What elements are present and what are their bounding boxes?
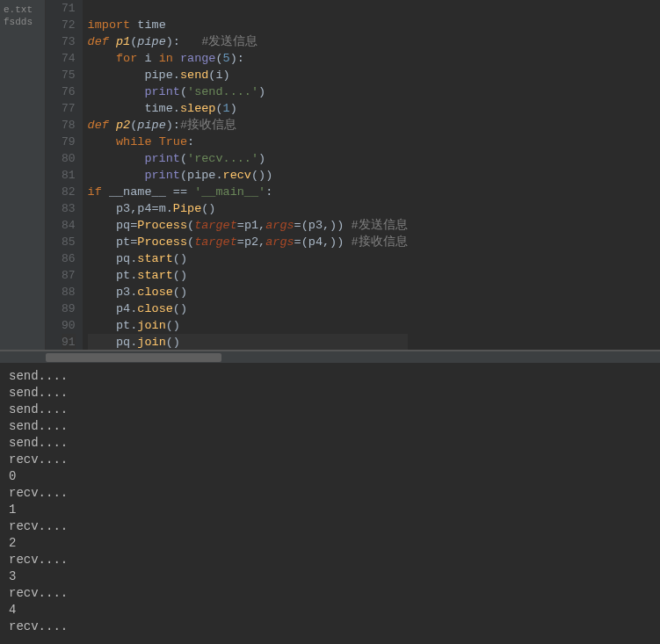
code-line[interactable]: pq.start() [88, 250, 408, 267]
line-number: 83 [62, 200, 76, 217]
line-number: 81 [62, 167, 76, 184]
code-line[interactable]: def p2(pipe):#接收信息 [88, 117, 408, 134]
file-item[interactable]: fsdds [4, 16, 41, 28]
terminal-output[interactable]: send.... send.... send.... send.... send… [0, 363, 660, 644]
code-line[interactable]: pt=Process(target=p2,args=(p4,)) #接收信息 [88, 234, 408, 250]
line-number: 87 [62, 267, 76, 284]
code-line[interactable] [88, 0, 408, 17]
line-number: 90 [62, 317, 76, 334]
code-line[interactable]: p3.close() [88, 284, 408, 300]
line-number: 86 [62, 250, 76, 267]
line-number: 80 [62, 150, 76, 167]
line-number: 71 [62, 0, 76, 17]
line-gutter: 7172737475767778798081828384858687888990… [46, 0, 83, 350]
code-editor[interactable]: 7172737475767778798081828384858687888990… [46, 0, 660, 350]
line-number: 85 [62, 234, 76, 250]
horizontal-scrollbar[interactable] [0, 351, 660, 363]
line-number: 75 [62, 67, 76, 83]
code-line[interactable]: time.sleep(1) [88, 100, 408, 117]
line-number: 78 [62, 117, 76, 134]
code-line[interactable]: pt.join() [88, 317, 408, 334]
line-number: 72 [62, 17, 76, 33]
code-line[interactable]: p4.close() [88, 300, 408, 317]
line-number: 76 [62, 83, 76, 100]
line-number: 77 [62, 100, 76, 117]
code-content[interactable]: import timedef p1(pipe): #发送信息 for i in … [83, 0, 408, 350]
code-line[interactable]: import time [88, 17, 408, 33]
code-line[interactable]: print('recv....') [88, 150, 408, 167]
code-line[interactable]: pq.join() [88, 334, 408, 350]
code-line[interactable]: pt.start() [88, 267, 408, 284]
code-line[interactable]: print(pipe.recv()) [88, 167, 408, 184]
line-number: 84 [62, 217, 76, 234]
line-number: 73 [62, 33, 76, 50]
code-line[interactable]: for i in range(5): [88, 50, 408, 67]
code-line[interactable]: p3,p4=m.Pipe() [88, 200, 408, 217]
line-number: 88 [62, 284, 76, 300]
code-line[interactable]: while True: [88, 134, 408, 150]
line-number: 79 [62, 134, 76, 150]
line-number: 82 [62, 184, 76, 200]
scrollbar-thumb[interactable] [46, 353, 221, 362]
file-item[interactable]: e.txt [4, 4, 41, 16]
code-line[interactable]: print('send....') [88, 83, 408, 100]
code-line[interactable]: if __name__ == '__main__': [88, 184, 408, 200]
line-number: 91 [62, 334, 76, 350]
editor-area: e.txt fsdds 7172737475767778798081828384… [0, 0, 660, 351]
code-line[interactable]: pq=Process(target=p1,args=(p3,)) #发送信息 [88, 217, 408, 234]
line-number: 74 [62, 50, 76, 67]
line-number: 89 [62, 300, 76, 317]
code-line[interactable]: pipe.send(i) [88, 67, 408, 83]
file-sidebar[interactable]: e.txt fsdds [0, 0, 46, 350]
code-line[interactable]: def p1(pipe): #发送信息 [88, 33, 408, 50]
